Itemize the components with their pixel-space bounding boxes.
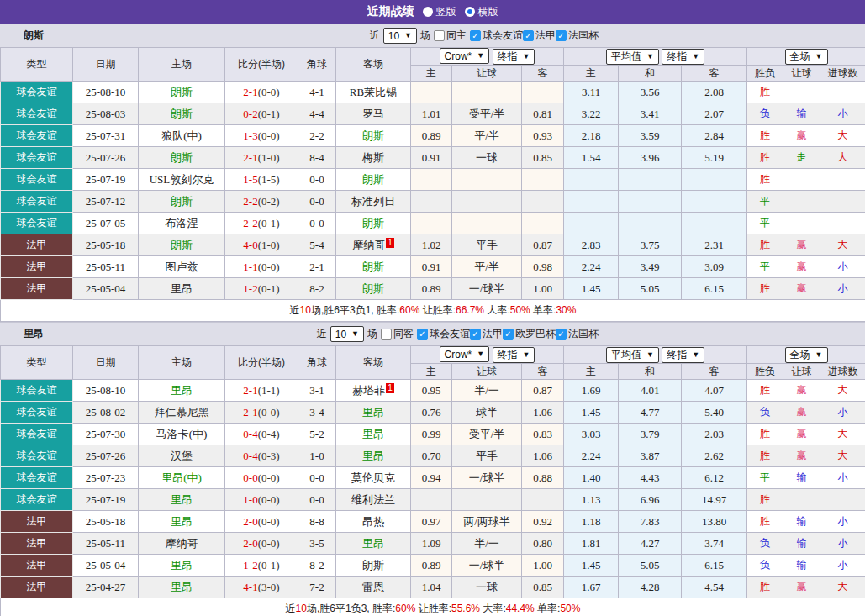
chevron-down-icon: ▼ [404, 32, 412, 39]
away-team-link[interactable]: 朗斯 [336, 256, 411, 278]
avg-odds-away: 3.74 [682, 533, 747, 555]
full-match-select[interactable]: 全场▼ [785, 347, 828, 363]
home-team-link[interactable]: 里昂 [139, 511, 225, 533]
away-team-link[interactable]: 摩纳哥1 [336, 234, 411, 256]
match-date: 25-05-04 [73, 555, 139, 577]
away-team-link[interactable]: 朗斯 [336, 169, 411, 191]
away-team-link[interactable]: 赫塔菲1 [336, 380, 411, 402]
away-team-link[interactable]: 朗斯 [336, 125, 411, 147]
home-team-link[interactable]: 朗斯 [139, 147, 225, 169]
home-team-link[interactable]: 马洛卡(中) [139, 424, 225, 445]
handicap-line: 一/球半 [452, 278, 522, 300]
corner-cell: 8-2 [298, 278, 336, 300]
home-team-link[interactable]: 里昂 [139, 555, 225, 577]
match-type-badge: 球会友谊 [1, 380, 73, 402]
league-checkbox[interactable]: ✓法甲 [523, 29, 556, 43]
league-checkbox[interactable]: ✓法甲 [470, 327, 503, 341]
full-match-select[interactable]: 全场▼ [785, 49, 828, 65]
home-team-link[interactable]: USL敦刻尔克 [139, 169, 225, 191]
away-team-link[interactable]: RB莱比锡 [336, 82, 411, 103]
away-team-link[interactable]: 莫伦贝克 [336, 467, 411, 489]
col-odds-away: 客 [522, 364, 564, 380]
home-team-link[interactable]: 里昂 [139, 278, 225, 300]
away-team-link[interactable]: 梅斯 [336, 147, 411, 169]
match-type-badge: 法甲 [1, 511, 73, 533]
away-team-link[interactable]: 朗斯 [336, 278, 411, 300]
home-team-link[interactable]: 里昂 [139, 577, 225, 598]
avg-odds-draw: 3.96 [619, 147, 682, 169]
away-team-link[interactable]: 昂热 [336, 511, 411, 533]
layout-radio-horizontal[interactable]: 横版 [465, 5, 498, 19]
odds-source-select[interactable]: Crow*▼ [440, 346, 490, 362]
match-row: 球会友谊 25-08-03 朗斯 0-2(0-1) 4-4 罗马 1.01 受平… [1, 103, 865, 125]
away-team-link[interactable]: 朗斯 [336, 555, 411, 577]
avg-odds-home: 2.24 [564, 445, 619, 467]
checkbox-checked-icon: ✓ [556, 329, 567, 340]
away-team-link[interactable]: 里昂 [336, 533, 411, 555]
home-team-link[interactable]: 朗斯 [139, 191, 225, 213]
home-team-link[interactable]: 摩纳哥 [139, 533, 225, 555]
home-team-link[interactable]: 里昂 [139, 489, 225, 511]
col-score: 比分(半场) [225, 346, 298, 380]
chevron-down-icon: ▼ [523, 53, 530, 61]
match-row: 球会友谊 25-07-19 USL敦刻尔克 1-5(1-5) 0-0 朗斯 胜 [1, 169, 865, 191]
summary-value: 50% [560, 603, 580, 614]
home-team-link[interactable]: 狼队(中) [139, 125, 225, 147]
home-team-link[interactable]: 汉堡 [139, 445, 225, 467]
avg-odds-draw: 4.28 [619, 577, 682, 598]
goals-result-cell: 小 [820, 467, 865, 489]
away-team-link[interactable]: 里昂 [336, 424, 411, 445]
home-team-link[interactable]: 朗斯 [139, 82, 225, 103]
result-cell: 负 [747, 103, 783, 125]
avg-odds-away: 2.07 [682, 103, 747, 125]
radio-vertical-label: 竖版 [436, 5, 456, 19]
checkbox-checked-icon: ✓ [470, 30, 481, 41]
handicap-result-cell: 输 [783, 103, 820, 125]
handicap-line [452, 489, 522, 511]
away-team-link[interactable]: 罗马 [336, 103, 411, 125]
league-checkbox[interactable]: ✓球会友谊 [417, 327, 470, 341]
recent-count-select[interactable]: 10▼ [330, 326, 364, 342]
match-date: 25-07-19 [73, 169, 139, 191]
league-checkbox[interactable]: ✓球会友谊 [470, 29, 523, 43]
handicap-odds-away: 0.85 [522, 147, 564, 169]
final-index-select[interactable]: 终指▼ [493, 347, 535, 363]
away-team-link[interactable]: 标准列日 [336, 191, 411, 213]
league-checkbox[interactable]: ✓法国杯 [556, 29, 599, 43]
home-team-link[interactable]: 朗斯 [139, 103, 225, 125]
average-select[interactable]: 平均值▼ [606, 49, 659, 65]
handicap-result-cell [783, 82, 820, 103]
final-index-select[interactable]: 终指▼ [662, 49, 704, 65]
score-cell: 2-1(1-0) [225, 147, 298, 169]
same-home-checkbox[interactable]: 同主 [434, 29, 467, 43]
corner-cell: 0-0 [298, 489, 336, 511]
handicap-odds-away [522, 489, 564, 511]
home-team-link[interactable]: 里昂 [139, 380, 225, 402]
home-team-link[interactable]: 布洛涅 [139, 213, 225, 234]
final-index-select[interactable]: 终指▼ [662, 347, 704, 363]
away-team-link[interactable]: 维利法兰 [336, 489, 411, 511]
match-row: 球会友谊 25-08-10 里昂 2-1(1-1) 3-1 赫塔菲1 0.95 … [1, 380, 865, 402]
layout-radio-vertical[interactable]: 竖版 [423, 5, 456, 19]
match-row: 球会友谊 25-08-02 拜仁慕尼黑 2-1(0-0) 3-4 里昂 0.76… [1, 402, 865, 424]
result-cell: 胜 [747, 234, 783, 256]
away-team-link[interactable]: 里昂 [336, 402, 411, 424]
away-team-link[interactable]: 雷恩 [336, 577, 411, 598]
league-checkbox[interactable]: ✓欧罗巴杯 [503, 327, 556, 341]
same-away-checkbox[interactable]: 同客 [381, 327, 414, 341]
away-team-link[interactable]: 里昂 [336, 445, 411, 467]
final-index-select[interactable]: 终指▼ [493, 49, 535, 65]
odds-source-select[interactable]: Crow*▼ [440, 48, 490, 64]
average-select[interactable]: 平均值▼ [606, 347, 659, 363]
home-team-link[interactable]: 朗斯 [139, 234, 225, 256]
home-team-link[interactable]: 里昂(中) [139, 467, 225, 489]
away-team-link[interactable]: 朗斯 [336, 213, 411, 234]
corner-cell: 3-1 [298, 380, 336, 402]
recent-count-select[interactable]: 10▼ [383, 28, 417, 44]
result-group: 全场▼ [747, 346, 865, 364]
result-cell: 胜 [747, 577, 783, 598]
league-checkbox[interactable]: ✓法国杯 [556, 327, 599, 341]
home-team-link[interactable]: 图卢兹 [139, 256, 225, 278]
match-row: 法甲 25-05-04 里昂 1-2(0-1) 8-2 朗斯 0.89 一/球半… [1, 278, 865, 300]
home-team-link[interactable]: 拜仁慕尼黑 [139, 402, 225, 424]
